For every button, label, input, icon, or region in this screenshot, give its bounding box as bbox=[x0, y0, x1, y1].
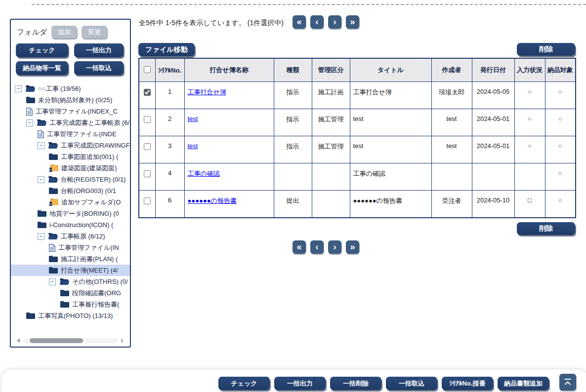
tree-item[interactable]: 工事写真(PHOTO) (13/13) bbox=[11, 310, 130, 321]
last-page-button[interactable]: » bbox=[346, 15, 359, 29]
tree-item[interactable]: 台帳(ORG003) (0/1 bbox=[11, 185, 130, 196]
tree-item-label: 建築図面(建築図面) bbox=[61, 164, 117, 173]
category-cell bbox=[312, 191, 350, 218]
tree-item[interactable]: 台帳(REGISTER) (0/1) bbox=[11, 174, 130, 185]
footer-serial-numbering-button[interactable]: ｼﾘｱﾙNo.採番 bbox=[442, 377, 493, 390]
table-header-row: ｼﾘｱﾙNo.打合せ簿名称種類管理区分タイトル作成者発行日付入力状況納品対象 bbox=[139, 58, 576, 82]
prev-page-button[interactable]: ‹ bbox=[310, 15, 324, 29]
delete-button-bottom[interactable]: 削除 bbox=[517, 222, 575, 235]
check-button[interactable]: チェック bbox=[16, 43, 68, 57]
tree-collapse-icon[interactable] bbox=[49, 278, 56, 285]
tree-item[interactable]: 段階確認書(ORG bbox=[11, 287, 130, 299]
tree-item[interactable]: 追加サブフォルダ(O bbox=[11, 196, 130, 208]
issue-date-cell: 2024-05-01 bbox=[472, 109, 514, 136]
delete-button-top[interactable]: 削除 bbox=[517, 43, 575, 56]
tree-collapse-icon[interactable] bbox=[15, 85, 22, 92]
tree-item[interactable]: i-Construction(ICON) ( bbox=[11, 219, 130, 231]
footer-bulk-import-button[interactable]: 一括取込 bbox=[386, 377, 437, 390]
tree-item[interactable]: 施工計画書(PLAN) ( bbox=[11, 253, 130, 265]
issue-date-cell bbox=[472, 163, 514, 191]
footer-bulk-export-button[interactable]: 一括出力 bbox=[274, 377, 326, 390]
folder-icon bbox=[49, 188, 58, 194]
scroll-right-arrow-icon[interactable] bbox=[121, 338, 124, 343]
scrollbar-track[interactable] bbox=[23, 338, 118, 343]
record-name-cell: test bbox=[184, 136, 274, 163]
footer-check-button[interactable]: チェック bbox=[218, 377, 270, 390]
author-cell: 現場太郎 bbox=[431, 82, 472, 109]
scroll-left-arrow-icon[interactable] bbox=[17, 338, 20, 343]
folder-change-button: 変更 bbox=[82, 26, 107, 39]
type-cell: 指示 bbox=[274, 136, 312, 163]
tree-item[interactable]: 工事図面追加(001) ( bbox=[11, 151, 130, 162]
footer-add-delivery-docs-button[interactable]: 納品書類追加 bbox=[498, 377, 549, 390]
tree-item-label: 工事管理ファイル(IN bbox=[58, 243, 119, 252]
record-name-link[interactable]: test bbox=[188, 142, 198, 150]
row-checkbox[interactable] bbox=[144, 89, 151, 96]
column-header: ｼﾘｱﾙNo. bbox=[155, 58, 184, 82]
doc-icon bbox=[38, 130, 44, 138]
tree-item[interactable]: 工事履行報告書( bbox=[11, 299, 130, 310]
row-checkbox[interactable] bbox=[144, 143, 151, 150]
last-page-button[interactable]: » bbox=[346, 240, 359, 254]
record-name-link[interactable]: 工事打合せ簿 bbox=[188, 88, 226, 96]
first-page-button[interactable]: « bbox=[293, 240, 306, 254]
serial-no-cell: 2 bbox=[155, 109, 184, 136]
tree-item-label: 工事管理ファイル(INDEX_C bbox=[36, 107, 118, 116]
column-header: 打合せ簿名称 bbox=[184, 58, 274, 82]
tree-collapse-icon[interactable] bbox=[26, 119, 33, 126]
scroll-to-top-button[interactable] bbox=[559, 374, 576, 391]
record-name-link[interactable]: 工事の確認 bbox=[188, 170, 220, 177]
tree-item[interactable]: 工事完成図書と工事帳票 (6/1 bbox=[11, 117, 130, 128]
tree-item[interactable]: 工事管理ファイル(INDE bbox=[11, 128, 130, 140]
tree-item-label: i-Construction(ICON) ( bbox=[49, 221, 113, 229]
table-row: 3test指示施工管理testtest2024-05-01○○ bbox=[139, 136, 576, 163]
tree-item[interactable]: 工事管理ファイル(INDEX_C bbox=[11, 106, 130, 117]
folder-disabled-buttons: 追加変更 bbox=[51, 26, 107, 39]
result-count-status: 全5件中 1-5件を表示しています。 (1件選択中) bbox=[139, 19, 284, 28]
folder-panel-header: フォルダ 追加変更 bbox=[17, 26, 125, 39]
first-page-button[interactable]: « bbox=[293, 15, 306, 29]
tree-collapse-icon[interactable] bbox=[38, 233, 44, 240]
tree-item[interactable]: 工事管理ファイル(IN bbox=[11, 242, 130, 253]
tree-item[interactable]: 未分類(納品対象外) (0/25) bbox=[11, 94, 130, 106]
tree-item[interactable]: その他(OTHRS) (0/ bbox=[11, 276, 130, 287]
next-page-button[interactable]: › bbox=[328, 15, 341, 29]
input-status-cell: □ bbox=[514, 191, 545, 218]
column-header: タイトル bbox=[350, 58, 431, 82]
tree-item[interactable]: ○○工事 (19/56) bbox=[11, 83, 130, 94]
author-cell bbox=[431, 163, 472, 191]
tree-collapse-icon[interactable] bbox=[38, 142, 44, 149]
tree-item[interactable]: 打合せ簿(MEET) (4/ bbox=[11, 265, 130, 276]
pagination-bottom: «‹›» bbox=[293, 240, 359, 254]
next-page-button[interactable]: › bbox=[328, 240, 341, 254]
delivery-target-cell: ○ bbox=[545, 109, 576, 136]
record-name-cell: test bbox=[184, 109, 274, 136]
row-checkbox[interactable] bbox=[144, 197, 151, 204]
row-checkbox[interactable] bbox=[144, 170, 151, 177]
folder-icon bbox=[26, 313, 35, 319]
file-move-button[interactable]: ファイル移動 bbox=[138, 43, 195, 56]
serial-no-cell: 1 bbox=[155, 82, 184, 109]
scrollbar-thumb[interactable] bbox=[30, 338, 83, 343]
record-name-link[interactable]: test bbox=[188, 115, 198, 122]
title-cell: 工事の確認 bbox=[350, 163, 431, 191]
select-all-checkbox[interactable] bbox=[144, 66, 151, 73]
folder-add-button: 追加 bbox=[51, 26, 77, 39]
delivery-target-cell: ○ bbox=[545, 191, 576, 218]
record-name-link[interactable]: ●●●●●●の報告書 bbox=[188, 197, 237, 204]
tree-item[interactable]: 建築図面(建築図面) bbox=[11, 162, 130, 174]
tree-item-label: 施工計画書(PLAN) ( bbox=[61, 255, 118, 264]
serial-no-cell: 4 bbox=[155, 163, 184, 191]
footer-bulk-delete-button[interactable]: 一括削除 bbox=[330, 377, 381, 390]
bulk-export-button[interactable]: 一括出力 bbox=[74, 43, 124, 57]
row-checkbox[interactable] bbox=[144, 116, 151, 123]
prev-page-button[interactable]: ‹ bbox=[310, 240, 324, 254]
deliverables-list-button[interactable]: 納品物等一覧 bbox=[16, 61, 68, 75]
tree-collapse-icon[interactable] bbox=[38, 176, 44, 183]
tree-item[interactable]: 工事完成図(DRAWINGF bbox=[11, 140, 130, 151]
issue-date-cell: 2024-05-01 bbox=[472, 136, 514, 163]
tree-item[interactable]: 工事帳票 (6/12) bbox=[11, 231, 130, 242]
tree-item-label: 工事完成図(DRAWINGF bbox=[61, 141, 130, 150]
bulk-import-button[interactable]: 一括取込 bbox=[74, 61, 124, 75]
tree-item[interactable]: 地質データ(BORING) (0 bbox=[11, 208, 130, 219]
